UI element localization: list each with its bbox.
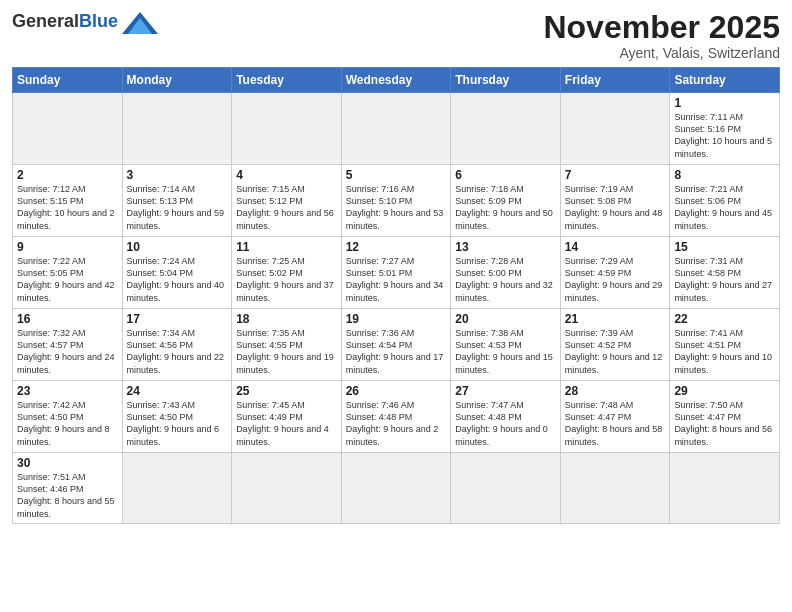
calendar-cell: 23Sunrise: 7:42 AM Sunset: 4:50 PM Dayli… <box>13 381 123 453</box>
calendar-cell: 2Sunrise: 7:12 AM Sunset: 5:15 PM Daylig… <box>13 165 123 237</box>
weekday-header: Tuesday <box>232 68 342 93</box>
day-info: Sunrise: 7:15 AM Sunset: 5:12 PM Dayligh… <box>236 183 337 232</box>
day-number: 12 <box>346 240 447 254</box>
month-title: November 2025 <box>543 10 780 45</box>
day-number: 23 <box>17 384 118 398</box>
logo-text: GeneralBlue <box>12 12 118 32</box>
calendar-cell: 4Sunrise: 7:15 AM Sunset: 5:12 PM Daylig… <box>232 165 342 237</box>
day-number: 5 <box>346 168 447 182</box>
calendar-cell <box>451 93 561 165</box>
calendar-week-row: 2Sunrise: 7:12 AM Sunset: 5:15 PM Daylig… <box>13 165 780 237</box>
weekday-header-row: SundayMondayTuesdayWednesdayThursdayFrid… <box>13 68 780 93</box>
location-subtitle: Ayent, Valais, Switzerland <box>543 45 780 61</box>
day-info: Sunrise: 7:34 AM Sunset: 4:56 PM Dayligh… <box>127 327 228 376</box>
calendar-cell: 24Sunrise: 7:43 AM Sunset: 4:50 PM Dayli… <box>122 381 232 453</box>
day-number: 6 <box>455 168 556 182</box>
day-number: 11 <box>236 240 337 254</box>
calendar-week-row: 1Sunrise: 7:11 AM Sunset: 5:16 PM Daylig… <box>13 93 780 165</box>
day-info: Sunrise: 7:38 AM Sunset: 4:53 PM Dayligh… <box>455 327 556 376</box>
day-number: 24 <box>127 384 228 398</box>
day-number: 1 <box>674 96 775 110</box>
calendar-cell <box>341 453 451 524</box>
day-info: Sunrise: 7:11 AM Sunset: 5:16 PM Dayligh… <box>674 111 775 160</box>
calendar-week-row: 23Sunrise: 7:42 AM Sunset: 4:50 PM Dayli… <box>13 381 780 453</box>
calendar-cell: 6Sunrise: 7:18 AM Sunset: 5:09 PM Daylig… <box>451 165 561 237</box>
day-number: 10 <box>127 240 228 254</box>
weekday-header: Friday <box>560 68 670 93</box>
day-number: 9 <box>17 240 118 254</box>
day-number: 7 <box>565 168 666 182</box>
weekday-header: Wednesday <box>341 68 451 93</box>
weekday-header: Sunday <box>13 68 123 93</box>
day-info: Sunrise: 7:28 AM Sunset: 5:00 PM Dayligh… <box>455 255 556 304</box>
day-number: 27 <box>455 384 556 398</box>
calendar-cell: 3Sunrise: 7:14 AM Sunset: 5:13 PM Daylig… <box>122 165 232 237</box>
logo-icon <box>122 12 158 34</box>
day-number: 30 <box>17 456 118 470</box>
day-info: Sunrise: 7:50 AM Sunset: 4:47 PM Dayligh… <box>674 399 775 448</box>
calendar-cell: 14Sunrise: 7:29 AM Sunset: 4:59 PM Dayli… <box>560 237 670 309</box>
day-info: Sunrise: 7:51 AM Sunset: 4:46 PM Dayligh… <box>17 471 118 520</box>
calendar-cell: 1Sunrise: 7:11 AM Sunset: 5:16 PM Daylig… <box>670 93 780 165</box>
calendar-cell: 27Sunrise: 7:47 AM Sunset: 4:48 PM Dayli… <box>451 381 561 453</box>
calendar-cell <box>341 93 451 165</box>
day-info: Sunrise: 7:27 AM Sunset: 5:01 PM Dayligh… <box>346 255 447 304</box>
calendar-cell: 18Sunrise: 7:35 AM Sunset: 4:55 PM Dayli… <box>232 309 342 381</box>
day-number: 3 <box>127 168 228 182</box>
day-info: Sunrise: 7:21 AM Sunset: 5:06 PM Dayligh… <box>674 183 775 232</box>
day-info: Sunrise: 7:35 AM Sunset: 4:55 PM Dayligh… <box>236 327 337 376</box>
weekday-header: Saturday <box>670 68 780 93</box>
calendar-cell: 15Sunrise: 7:31 AM Sunset: 4:58 PM Dayli… <box>670 237 780 309</box>
day-number: 25 <box>236 384 337 398</box>
calendar-cell: 12Sunrise: 7:27 AM Sunset: 5:01 PM Dayli… <box>341 237 451 309</box>
weekday-header: Thursday <box>451 68 561 93</box>
day-info: Sunrise: 7:18 AM Sunset: 5:09 PM Dayligh… <box>455 183 556 232</box>
day-number: 29 <box>674 384 775 398</box>
day-number: 8 <box>674 168 775 182</box>
day-number: 18 <box>236 312 337 326</box>
day-info: Sunrise: 7:22 AM Sunset: 5:05 PM Dayligh… <box>17 255 118 304</box>
day-info: Sunrise: 7:29 AM Sunset: 4:59 PM Dayligh… <box>565 255 666 304</box>
day-info: Sunrise: 7:32 AM Sunset: 4:57 PM Dayligh… <box>17 327 118 376</box>
day-info: Sunrise: 7:12 AM Sunset: 5:15 PM Dayligh… <box>17 183 118 232</box>
day-number: 2 <box>17 168 118 182</box>
day-info: Sunrise: 7:41 AM Sunset: 4:51 PM Dayligh… <box>674 327 775 376</box>
logo: GeneralBlue <box>12 10 158 34</box>
calendar-cell: 22Sunrise: 7:41 AM Sunset: 4:51 PM Dayli… <box>670 309 780 381</box>
calendar-cell: 11Sunrise: 7:25 AM Sunset: 5:02 PM Dayli… <box>232 237 342 309</box>
calendar-cell <box>560 93 670 165</box>
day-number: 20 <box>455 312 556 326</box>
day-info: Sunrise: 7:31 AM Sunset: 4:58 PM Dayligh… <box>674 255 775 304</box>
calendar-cell <box>122 453 232 524</box>
calendar-cell: 30Sunrise: 7:51 AM Sunset: 4:46 PM Dayli… <box>13 453 123 524</box>
calendar-cell <box>13 93 123 165</box>
day-info: Sunrise: 7:39 AM Sunset: 4:52 PM Dayligh… <box>565 327 666 376</box>
calendar-cell: 5Sunrise: 7:16 AM Sunset: 5:10 PM Daylig… <box>341 165 451 237</box>
day-info: Sunrise: 7:36 AM Sunset: 4:54 PM Dayligh… <box>346 327 447 376</box>
day-info: Sunrise: 7:24 AM Sunset: 5:04 PM Dayligh… <box>127 255 228 304</box>
calendar-cell: 21Sunrise: 7:39 AM Sunset: 4:52 PM Dayli… <box>560 309 670 381</box>
day-info: Sunrise: 7:48 AM Sunset: 4:47 PM Dayligh… <box>565 399 666 448</box>
day-number: 21 <box>565 312 666 326</box>
calendar-cell <box>232 93 342 165</box>
calendar-table: SundayMondayTuesdayWednesdayThursdayFrid… <box>12 67 780 524</box>
header: GeneralBlue November 2025 Ayent, Valais,… <box>12 10 780 61</box>
day-info: Sunrise: 7:45 AM Sunset: 4:49 PM Dayligh… <box>236 399 337 448</box>
day-info: Sunrise: 7:19 AM Sunset: 5:08 PM Dayligh… <box>565 183 666 232</box>
day-number: 14 <box>565 240 666 254</box>
day-info: Sunrise: 7:42 AM Sunset: 4:50 PM Dayligh… <box>17 399 118 448</box>
day-info: Sunrise: 7:43 AM Sunset: 4:50 PM Dayligh… <box>127 399 228 448</box>
calendar-cell <box>670 453 780 524</box>
calendar-cell <box>451 453 561 524</box>
calendar-cell: 8Sunrise: 7:21 AM Sunset: 5:06 PM Daylig… <box>670 165 780 237</box>
calendar-cell <box>122 93 232 165</box>
day-number: 22 <box>674 312 775 326</box>
calendar-cell <box>232 453 342 524</box>
weekday-header: Monday <box>122 68 232 93</box>
calendar-week-row: 16Sunrise: 7:32 AM Sunset: 4:57 PM Dayli… <box>13 309 780 381</box>
calendar-cell: 16Sunrise: 7:32 AM Sunset: 4:57 PM Dayli… <box>13 309 123 381</box>
calendar-cell: 17Sunrise: 7:34 AM Sunset: 4:56 PM Dayli… <box>122 309 232 381</box>
day-info: Sunrise: 7:14 AM Sunset: 5:13 PM Dayligh… <box>127 183 228 232</box>
calendar-cell: 19Sunrise: 7:36 AM Sunset: 4:54 PM Dayli… <box>341 309 451 381</box>
calendar-cell <box>560 453 670 524</box>
